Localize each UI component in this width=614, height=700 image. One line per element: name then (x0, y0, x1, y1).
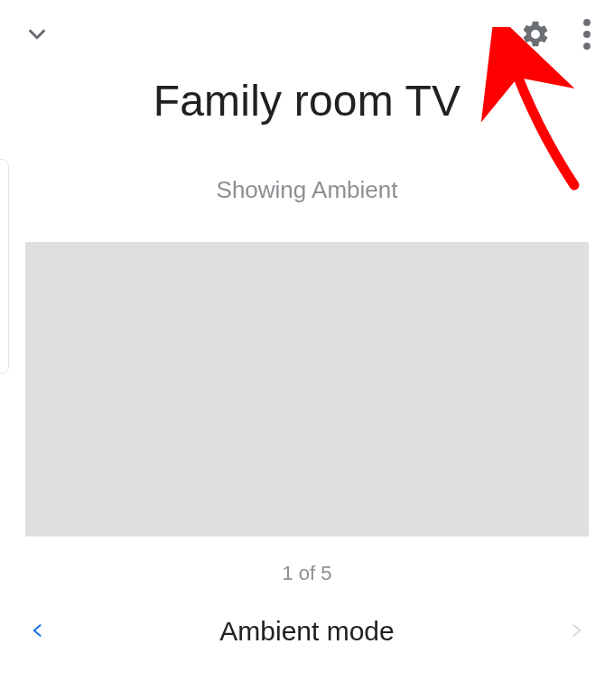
mode-label: Ambient mode (47, 616, 567, 647)
chevron-down-icon (23, 21, 51, 51)
gear-icon (520, 19, 551, 52)
mode-row: Ambient mode (0, 616, 614, 647)
svg-point-2 (583, 42, 591, 50)
top-bar (0, 0, 614, 54)
chevron-right-icon (567, 617, 585, 647)
more-vertical-icon (583, 19, 591, 52)
preview-image[interactable] (25, 242, 589, 537)
next-button[interactable] (567, 617, 585, 647)
chevron-left-icon (29, 617, 47, 647)
page-title: Family room TV (0, 76, 614, 126)
more-options-button[interactable] (583, 19, 591, 52)
svg-point-1 (583, 31, 591, 38)
side-strip (0, 159, 9, 374)
svg-point-0 (583, 19, 591, 26)
previous-button[interactable] (29, 617, 47, 647)
settings-button[interactable] (520, 19, 551, 52)
status-text: Showing Ambient (0, 176, 614, 204)
collapse-button[interactable] (23, 21, 51, 51)
carousel-counter: 1 of 5 (0, 562, 614, 585)
